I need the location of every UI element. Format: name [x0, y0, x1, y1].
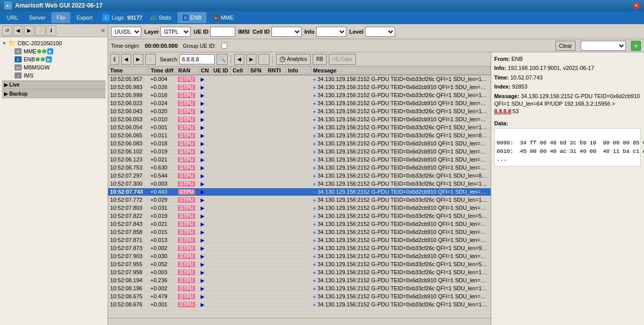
filter-icon-btn[interactable]: | — [258, 54, 269, 65]
svg-text:L: L — [105, 16, 107, 20]
group-ue-id-label: Group UE ID: — [183, 43, 216, 49]
table-row[interactable]: 10:52:07.772 +0.029 GTPU ▶ ● 34.130.129.… — [108, 196, 491, 204]
play-btn2[interactable]: ▶ — [46, 56, 52, 62]
arrow-icon: ▶ — [201, 294, 205, 299]
mme-icon: M — [14, 48, 22, 55]
table-row[interactable]: 10:52:06.023 +0.024 GTPU ▶ ● 34.130.129.… — [108, 99, 491, 107]
table-row[interactable]: 10:52:07.858 +0.015 GTPU ▶ ● 34.130.129.… — [108, 228, 491, 236]
sidebar-item-mbmsgw[interactable]: MB MBMSGW — [8, 63, 106, 71]
clear-button[interactable]: Clear — [556, 41, 576, 51]
live-section[interactable]: ▶ Live — [2, 80, 106, 89]
prev-search-button[interactable]: ◀ — [121, 54, 131, 65]
play-btn[interactable]: ▶ — [47, 48, 53, 54]
forward-button[interactable]: ▶ — [24, 26, 34, 36]
arrow-icon: ▶ — [201, 213, 205, 219]
sidebar-item-ims[interactable]: I IMS — [8, 71, 106, 79]
cell-rnti — [265, 204, 286, 212]
filter-left-button[interactable]: ◀ — [234, 54, 244, 65]
analytics-label: Analytics — [287, 56, 307, 62]
group-ue-id-checkbox[interactable] — [221, 43, 227, 49]
search-input[interactable] — [179, 54, 215, 64]
data-label: Data: — [494, 120, 641, 126]
table-row[interactable]: 10:52:06.083 +0.018 GTPU ▶ ● 34.130.129.… — [108, 139, 491, 147]
ue-caps-button[interactable]: UE Caps — [329, 54, 356, 65]
table-row[interactable]: 10:52:08.676 +0.001 GTPU ▶ ● 34.130.129.… — [108, 300, 491, 308]
table-row[interactable]: 10:52:07.958 +0.003 GTPU ▶ ● 34.130.129.… — [108, 268, 491, 276]
table-row[interactable]: 10:52:06.043 +0.020 GTPU ▶ ● 34.130.129.… — [108, 107, 491, 115]
table-row[interactable]: 10:52:06.053 +0.010 GTPU ▶ ● 34.130.129.… — [108, 115, 491, 123]
cell-message: ● 34.130.129.156:2152 G-PDU TEID=0x6d2cb… — [311, 204, 490, 212]
cell-id-select[interactable] — [271, 27, 302, 37]
table-row[interactable]: 10:52:05.983 +0.026 GTPU ▶ ● 34.130.129.… — [108, 83, 491, 91]
table-row[interactable]: 10:52:07.873 +0.002 GTPU ▶ ● 34.130.129.… — [108, 244, 491, 252]
table-row[interactable]: 10:52:06.123 +0.021 GTPU ▶ ● 34.130.129.… — [108, 155, 491, 164]
ue-id-input[interactable] — [210, 27, 235, 37]
bottom-scrollbar[interactable] — [108, 318, 491, 325]
table-row[interactable]: 10:52:07.300 +0.003 GTPU ▶ ● 34.130.129.… — [108, 180, 491, 188]
cell-ran: GTPU — [176, 83, 199, 91]
table-row[interactable]: 10:52:05.957 +0.004 GTPU ▶ ● 34.130.129.… — [108, 75, 491, 83]
search-icon-btn[interactable]: 🔍 — [217, 54, 228, 65]
back-button[interactable]: ◀ — [13, 26, 23, 36]
table-row[interactable]: 10:52:06.065 +0.011 GTPU ▶ ● 34.130.129.… — [108, 131, 491, 139]
menu-server[interactable]: Server — [24, 12, 50, 23]
uu-dl-select[interactable]: UU/DL — [111, 27, 141, 37]
next-search-button[interactable]: ▶ — [133, 54, 143, 65]
gtpu-tag: GTPU — [178, 229, 195, 235]
table-row[interactable]: 10:52:07.297 +0.544 GTPU ▶ ● 34.130.129.… — [108, 172, 491, 180]
cell-cn: ▶ — [199, 107, 211, 115]
table-row[interactable]: 10:52:07.871 +0.013 GTPU ▶ ● 34.130.129.… — [108, 236, 491, 244]
table-row[interactable]: 10:52:07.803 +0.031 GTPU ▶ ● 34.130.129.… — [108, 204, 491, 212]
cell-cell — [230, 131, 248, 139]
index-label: Index: — [494, 84, 510, 90]
backup-section[interactable]: ▶ Backup — [2, 90, 106, 98]
table-row[interactable]: 10:52:07.843 +0.021 GTPU ▶ ● 34.130.129.… — [108, 220, 491, 228]
cell-ran: GTPU — [176, 300, 199, 308]
table-row[interactable]: 10:52:07.903 +0.030 GTPU ▶ ● 34.130.129.… — [108, 252, 491, 260]
filter-right-button[interactable]: ▶ — [246, 54, 256, 65]
table-row[interactable]: 10:52:06.102 +0.019 GTPU ▶ ● 34.130.129.… — [108, 147, 491, 155]
menu-mme[interactable]: M MME — [208, 12, 239, 23]
info-select[interactable] — [316, 27, 346, 37]
table-row[interactable]: 10:52:07.955 +0.052 GTPU ▶ ● 34.130.129.… — [108, 260, 491, 268]
filter-select-wide[interactable] — [581, 41, 626, 51]
warn-button[interactable]: ⚠ — [35, 26, 45, 36]
tree-root-label: CBC-2021050100 — [18, 40, 62, 46]
refresh-button[interactable]: ↺ — [2, 26, 12, 36]
scroll-to-start-button[interactable]: ⟪ — [110, 54, 119, 65]
table-row[interactable]: 10:52:08.196 +0.002 GTPU ▶ ● 34.130.129.… — [108, 284, 491, 292]
cell-sfn — [248, 139, 265, 147]
cell-time: 10:52:07.803 — [108, 204, 148, 212]
tree-node-root[interactable]: ▼ 📁 CBC-2021050100 — [2, 39, 106, 47]
layer-select[interactable]: GTPL — [160, 27, 191, 37]
info-button[interactable]: ℹ — [46, 26, 56, 36]
col-header-timediff: Time diff — [148, 66, 176, 75]
table-row[interactable]: 10:52:06.753 +0.630 GTPU ▶ ● 34.130.129.… — [108, 164, 491, 172]
level-select[interactable] — [365, 27, 395, 37]
svg-text:M: M — [215, 17, 217, 20]
cell-ueid — [211, 147, 230, 155]
table-row[interactable]: 10:52:07.822 +0.019 GTPU ▶ ● 34.130.129.… — [108, 212, 491, 220]
table-container[interactable]: Time Time diff RAN CN UE ID Cell SFN RNT… — [108, 66, 491, 318]
close-button[interactable]: ✕ — [633, 2, 640, 9]
menu-file[interactable]: File — [51, 12, 70, 23]
menu-export[interactable]: Export — [71, 12, 98, 23]
menu-enb[interactable]: E ENB — [177, 12, 207, 23]
rb-button[interactable]: RB — [313, 54, 327, 65]
table-row[interactable]: 10:52:06.054 +0.001 GTPU ▶ ● 34.130.129.… — [108, 123, 491, 131]
cell-ueid — [211, 83, 230, 91]
cell-cn: ▶ — [199, 252, 211, 260]
arrow-icon: ▶ — [201, 117, 205, 122]
table-row[interactable]: 10:52:08.675 +0.479 GTPU ▶ ● 34.130.129.… — [108, 292, 491, 300]
add-filter-button[interactable]: + — [631, 41, 641, 51]
menu-url[interactable]: URL — [2, 12, 23, 23]
warn-search-button[interactable]: ⚠ — [145, 54, 156, 65]
sidebar-item-mme[interactable]: M MME ▶ — [8, 47, 106, 55]
sidebar-item-enb[interactable]: E ENB ▶ — [8, 55, 106, 63]
table-row[interactable]: 10:52:07.743 +0.443 GTPU ▶ ● 34.130.129.… — [108, 188, 491, 196]
table-row[interactable]: 10:52:08.194 +0.236 GTPU ▶ ● 34.130.129.… — [108, 276, 491, 284]
analytics-button[interactable]: Analytics — [276, 54, 311, 65]
menu-stats[interactable]: Stats — [145, 12, 176, 23]
table-row[interactable]: 10:52:05.999 +0.016 GTPU ▶ ● 34.130.129.… — [108, 91, 491, 99]
sidebar-close-button[interactable]: ✕ — [101, 27, 106, 34]
